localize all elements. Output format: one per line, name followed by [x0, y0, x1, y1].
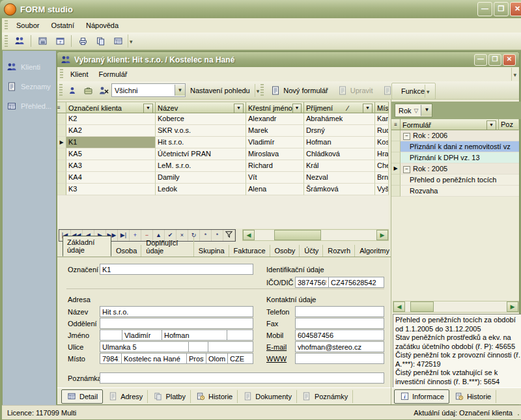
poznamka-field[interactable] [100, 372, 384, 384]
table-row[interactable]: KA2 SKR v.o.s. Marek Drsný Rudn [57, 125, 389, 137]
cell[interactable]: K3 [66, 184, 156, 195]
telefon-field[interactable] [295, 306, 384, 317]
tree-item-row-selected[interactable]: Přiznání k dani z nemovitostí vz [391, 141, 519, 152]
nav-bookmark-button[interactable]: * [200, 230, 212, 241]
dic-field[interactable] [328, 277, 384, 288]
cell[interactable]: KA2 [66, 125, 156, 137]
scrollbar-thumb[interactable] [274, 230, 321, 240]
filter-dropdown-icon[interactable]: ▼ [292, 104, 302, 113]
child-minimize-button[interactable]: — [474, 54, 487, 66]
filter-icon[interactable] [223, 230, 235, 241]
tab-rozvrh[interactable]: Rozvrh [324, 245, 355, 257]
tree-item-row[interactable]: Rozvaha [391, 186, 519, 197]
resize-grip[interactable] [516, 409, 521, 417]
email-field[interactable] [295, 341, 384, 352]
tab-zakladni-udaje[interactable]: Základní údaje [63, 236, 111, 257]
oznaceni-field[interactable] [100, 264, 253, 275]
cell[interactable]: Marek [246, 125, 304, 137]
table-row[interactable]: KA5 Účetnictví PRAN Miroslava Chládková … [57, 148, 389, 160]
ulice-field[interactable] [100, 341, 189, 352]
cell[interactable]: Miroslava [246, 148, 304, 160]
company-icon[interactable] [80, 83, 96, 98]
cell[interactable]: Kost [375, 137, 389, 148]
email-link-label[interactable]: E-mail [266, 343, 287, 351]
cislo-orientacni-field[interactable] [208, 341, 253, 352]
menubar-grip[interactable] [60, 69, 63, 79]
oddeleni-field[interactable] [100, 318, 253, 329]
cell[interactable]: Hrad [375, 148, 389, 160]
column-header-prijmeni[interactable]: Příjmení ∕ ▼ [304, 102, 375, 113]
fax-field[interactable] [295, 318, 384, 329]
ico-field[interactable] [295, 277, 329, 288]
column-header-nazev[interactable]: Název ▼ [156, 102, 246, 113]
column-header-formular[interactable]: Formulář ▼ [401, 119, 499, 130]
cell[interactable]: Nezval [304, 172, 375, 184]
chevron-down-icon[interactable]: ▼ [175, 85, 185, 96]
form-item-label[interactable]: Přehled o peněžních tocích [401, 175, 519, 186]
copy-icon[interactable] [92, 34, 108, 48]
menu-napoveda[interactable]: Nápověda [81, 20, 124, 31]
header-indicator[interactable]: ≡ [57, 102, 66, 113]
print-icon[interactable] [75, 34, 91, 48]
new-form-button[interactable]: Nový formulář [266, 84, 332, 97]
toolbar-grip[interactable] [260, 84, 264, 96]
chevron-down-icon[interactable]: ▼ [421, 105, 432, 116]
cell[interactable]: Abrahámek [304, 113, 375, 125]
tree-group-row-current[interactable]: ▶ −Rok : 2005 [391, 163, 519, 175]
exclude-person-icon[interactable] [96, 83, 111, 98]
horizontal-scrollbar[interactable]: ◀ ▶ [242, 229, 389, 241]
cell[interactable]: SKR v.o.s. [156, 125, 246, 137]
cell[interactable]: Vladimír [246, 137, 304, 148]
cell-selected[interactable]: K1 [66, 137, 156, 148]
report-icon[interactable] [110, 34, 126, 48]
titul-field[interactable] [100, 329, 122, 341]
cell[interactable]: Šrámková [304, 184, 375, 195]
jmeno-field[interactable] [122, 329, 162, 341]
edit-form-button[interactable]: Upravit [333, 84, 378, 97]
group-cell[interactable]: −Rok : 2006 [401, 130, 519, 141]
column-header-misto[interactable]: Místo [375, 102, 389, 113]
cell[interactable]: Vyšk [375, 184, 389, 195]
toolbar-grip[interactable] [59, 84, 63, 96]
client-filter-select[interactable]: Všichni ▼ [111, 83, 186, 97]
minimize-button[interactable]: — [477, 2, 492, 16]
cell[interactable]: Damily [156, 172, 246, 184]
toolbar-overflow-icon[interactable]: ▾ [128, 35, 134, 48]
sidebar-item-seznamy[interactable]: Seznamy [3, 77, 56, 96]
sidebar-item-klienti[interactable]: Klienti [3, 57, 56, 77]
titul-za-field[interactable] [227, 329, 253, 341]
calculator-icon[interactable] [35, 34, 50, 48]
tab-historie[interactable]: Historie [191, 390, 238, 403]
table-row[interactable]: KA3 LeM. s.r.o. Richard Král Cheb [57, 160, 389, 172]
tab-osoba[interactable]: Osoba [112, 245, 141, 257]
header-indicator[interactable]: ≡ [391, 119, 401, 130]
table-row[interactable]: K3 Ledok Alena Šrámková Vyšk [57, 184, 389, 195]
menu-ostatni[interactable]: Ostatní [46, 20, 79, 31]
view-settings-button[interactable]: Nastavení pohledu [186, 85, 255, 96]
nav-insert-button[interactable]: + [130, 230, 141, 241]
table-row-selected[interactable]: ▶ K1 Hit s.r.o. Vladimír Hofman Kost [57, 137, 389, 148]
functions-button[interactable]: Funkce ▾ [391, 83, 436, 100]
groupby-rok-box[interactable]: Rok ▽ ▼ [395, 104, 432, 117]
tab-adresy[interactable]: Adresy [103, 390, 148, 403]
child-close-button[interactable]: ✕ [503, 54, 516, 66]
nav-last-button[interactable]: ▶| [118, 230, 130, 241]
column-header-oznaceni[interactable]: Označení klienta ▼ [66, 102, 156, 113]
maximize-button[interactable]: ❐ [494, 2, 509, 16]
stat-field[interactable] [227, 353, 253, 364]
cell[interactable]: Alexandr [246, 113, 304, 125]
horizontal-scrollbar[interactable]: ◀ ▶ [393, 301, 519, 313]
form-item-label[interactable]: Přiznání k DPH vz. 13 [401, 152, 519, 163]
tab-platby[interactable]: Platby [148, 390, 191, 403]
tab-poznamky[interactable]: Poznámky [297, 390, 353, 403]
tab-doplnujici[interactable]: Doplňující údaje [142, 237, 194, 257]
tab-dokumenty[interactable]: Dokumenty [238, 390, 297, 403]
column-header-krestni[interactable]: Křestní jméno ▼ [246, 102, 304, 113]
column-header-poz[interactable]: Poz [499, 119, 519, 130]
okres-field[interactable] [186, 353, 206, 364]
toolbar-grip[interactable] [5, 35, 8, 47]
collapse-icon[interactable]: − [403, 166, 410, 173]
toolbar-overflow-icon[interactable]: ▾ [255, 84, 261, 97]
form-item-label[interactable]: Přiznání k dani z nemovitostí vz [401, 141, 519, 152]
scroll-left-icon[interactable]: ◀ [243, 230, 255, 240]
